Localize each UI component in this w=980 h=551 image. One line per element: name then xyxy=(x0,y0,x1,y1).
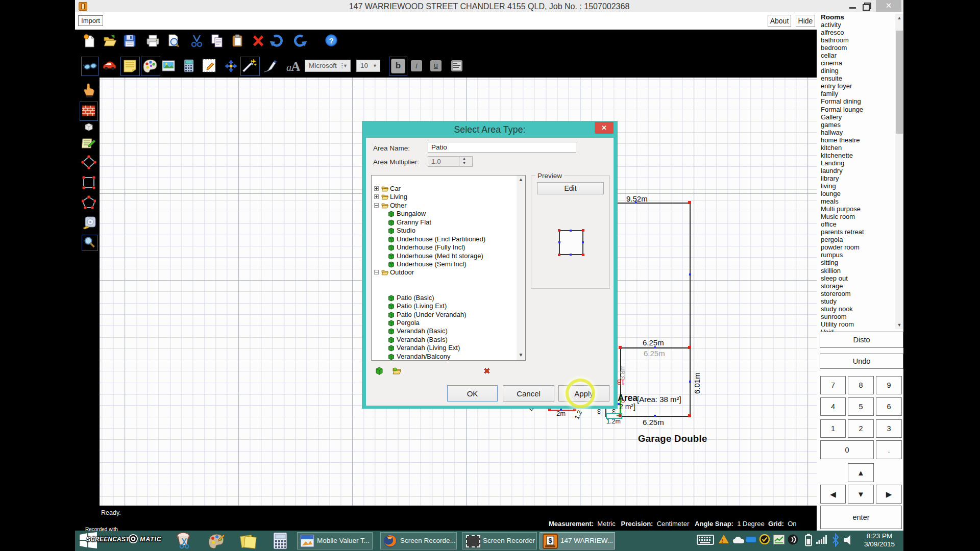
svg-text:?: ? xyxy=(329,36,333,45)
svg-text:$: $ xyxy=(548,537,552,544)
svg-text:A: A xyxy=(291,59,300,73)
